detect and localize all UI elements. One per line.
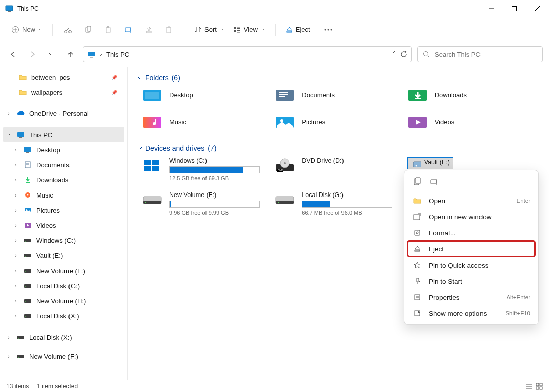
- svg-rect-116: [415, 295, 420, 300]
- nav-tree-item[interactable]: › Local Disk (X:): [0, 308, 127, 323]
- folder-item[interactable]: Music: [142, 114, 274, 130]
- back-button[interactable]: [6, 47, 20, 61]
- address-bar[interactable]: This PC: [83, 46, 412, 62]
- folder-icon: [407, 87, 428, 103]
- folder-item[interactable]: Pictures: [274, 114, 407, 130]
- cm-rename-icon[interactable]: [430, 177, 440, 187]
- item-icon: [23, 283, 32, 288]
- drive-icon: [142, 191, 162, 208]
- nav-quick-item[interactable]: wallpapers 📌: [0, 85, 127, 100]
- pin-icon: 📌: [111, 90, 117, 95]
- context-menu-item[interactable]: Show more options Shift+F10: [407, 305, 535, 321]
- nav-extra-item[interactable]: › New Volume (F:): [0, 349, 127, 364]
- nav-tree-item[interactable]: › Videos: [0, 218, 127, 233]
- nav-label: Desktop: [36, 146, 60, 154]
- toolbar: New Sort View Eject: [0, 17, 549, 42]
- folder-icon: [18, 74, 27, 80]
- cm-item-icon: [413, 229, 422, 236]
- addr-dropdown-icon[interactable]: [390, 51, 395, 58]
- nav-tree-item[interactable]: › Documents: [0, 157, 127, 172]
- nav-this-pc[interactable]: This PC: [3, 127, 124, 142]
- minimize-button[interactable]: [479, 0, 503, 17]
- svg-point-94: [145, 202, 146, 203]
- drive-icon: DVD: [274, 157, 295, 173]
- rename-button[interactable]: [119, 21, 138, 39]
- item-icon: [23, 313, 32, 318]
- refresh-button[interactable]: [400, 51, 407, 58]
- nav-tree-item[interactable]: › Local Disk (G:): [0, 278, 127, 293]
- context-menu-item[interactable]: Pin to Start: [407, 273, 535, 289]
- folders-header[interactable]: Folders (6): [137, 74, 540, 82]
- search-input[interactable]: [435, 51, 537, 58]
- drives-header[interactable]: Devices and drives (7): [137, 144, 540, 152]
- folder-item[interactable]: Desktop: [142, 87, 274, 103]
- up-button[interactable]: [63, 47, 78, 61]
- context-menu-item[interactable]: Properties Alt+Enter: [407, 289, 535, 305]
- chevron-down-icon: [137, 146, 142, 151]
- drive-item[interactable]: DVD DVD Drive (D:): [274, 157, 407, 181]
- svg-rect-110: [431, 180, 436, 184]
- cm-item-icon: [413, 278, 422, 285]
- nav-tree-item[interactable]: › New Volume (F:): [0, 263, 127, 278]
- svg-rect-82: [152, 160, 159, 165]
- context-menu-item[interactable]: Format...: [407, 225, 535, 241]
- copy-button[interactable]: [79, 21, 97, 39]
- maximize-button[interactable]: [503, 0, 526, 17]
- context-menu-item[interactable]: Pin to Quick access: [407, 257, 535, 273]
- drive-item[interactable]: Local Disk (G:) 66.7 MB free of 96.0 MB: [274, 191, 407, 216]
- folder-icon: [142, 87, 162, 103]
- svg-rect-16: [107, 26, 109, 28]
- nav-quick-item[interactable]: between_pcs 📌: [0, 70, 127, 85]
- nav-tree-item[interactable]: › Downloads: [0, 172, 127, 187]
- forward-button[interactable]: [25, 47, 39, 61]
- view-button[interactable]: View: [230, 24, 269, 35]
- new-button[interactable]: New: [7, 24, 46, 36]
- svg-rect-69: [279, 92, 288, 93]
- cm-copy-icon[interactable]: [413, 177, 423, 187]
- context-menu-item[interactable]: Open Enter: [407, 192, 535, 209]
- disk-icon: [16, 335, 25, 340]
- breadcrumb[interactable]: This PC: [106, 51, 129, 58]
- context-menu-item[interactable]: Open in new window: [407, 209, 535, 225]
- nav-extra-item[interactable]: › Local Disk (X:): [0, 330, 127, 345]
- svg-point-51: [25, 241, 26, 242]
- item-icon: [23, 253, 32, 258]
- details-view-button[interactable]: [526, 383, 533, 390]
- folder-item[interactable]: Downloads: [407, 87, 540, 103]
- sort-button[interactable]: Sort: [190, 24, 228, 35]
- paste-button[interactable]: [99, 21, 117, 39]
- svg-rect-71: [279, 96, 285, 97]
- svg-rect-64: [17, 355, 24, 358]
- thumbnails-view-button[interactable]: [536, 383, 543, 390]
- search-box[interactable]: [417, 46, 543, 62]
- svg-rect-3: [512, 7, 517, 11]
- navigation-pane: between_pcs 📌 wallpapers 📌 › OneDrive - …: [0, 67, 128, 380]
- svg-line-11: [66, 27, 71, 31]
- navigation-row: This PC: [0, 42, 549, 67]
- delete-button[interactable]: [160, 21, 178, 39]
- recent-button[interactable]: [44, 47, 58, 61]
- nav-label: This PC: [29, 131, 52, 139]
- nav-tree-item[interactable]: › Desktop: [0, 142, 127, 157]
- nav-tree-item[interactable]: › Vault (E:): [0, 248, 127, 263]
- nav-onedrive[interactable]: › OneDrive - Personal: [0, 106, 127, 121]
- svg-rect-60: [24, 314, 31, 318]
- folder-item[interactable]: Documents: [274, 87, 407, 103]
- nav-tree-item[interactable]: › Windows (C:): [0, 233, 127, 248]
- nav-tree-item[interactable]: › Pictures: [0, 203, 127, 218]
- nav-tree-item[interactable]: › Music: [0, 187, 127, 203]
- eject-toolbar-button[interactable]: Eject: [282, 24, 314, 35]
- cut-button[interactable]: [59, 21, 77, 39]
- context-menu-item[interactable]: Eject: [407, 241, 535, 257]
- svg-point-87: [284, 162, 286, 164]
- more-button[interactable]: [319, 21, 337, 39]
- svg-rect-56: [24, 284, 31, 288]
- drive-item[interactable]: New Volume (F:) 9.96 GB free of 9.99 GB: [142, 191, 274, 216]
- share-button[interactable]: [140, 21, 158, 39]
- nav-tree-item[interactable]: › New Volume (H:): [0, 293, 127, 308]
- cm-item-icon: [413, 294, 422, 301]
- folder-label: Music: [169, 118, 186, 126]
- close-button[interactable]: [526, 0, 549, 17]
- drive-item[interactable]: Windows (C:) 12.5 GB free of 69.3 GB: [142, 157, 274, 181]
- folder-item[interactable]: Videos: [407, 114, 540, 130]
